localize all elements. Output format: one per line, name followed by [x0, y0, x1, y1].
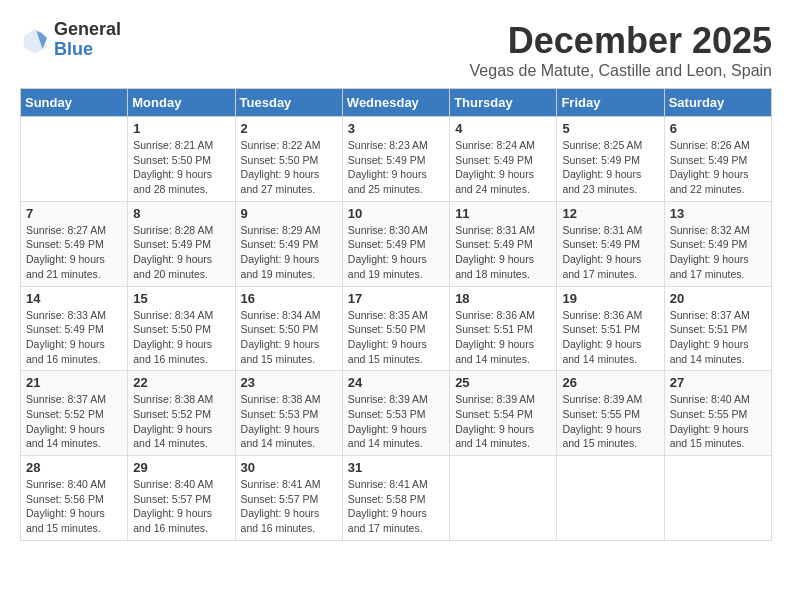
weekday-header-sunday: Sunday [21, 89, 128, 117]
day-cell: 17Sunrise: 8:35 AM Sunset: 5:50 PM Dayli… [342, 286, 449, 371]
day-info: Sunrise: 8:40 AM Sunset: 5:56 PM Dayligh… [26, 477, 122, 536]
day-cell: 10Sunrise: 8:30 AM Sunset: 5:49 PM Dayli… [342, 201, 449, 286]
day-number: 22 [133, 375, 229, 390]
week-row-3: 14Sunrise: 8:33 AM Sunset: 5:49 PM Dayli… [21, 286, 772, 371]
day-number: 28 [26, 460, 122, 475]
day-cell: 3Sunrise: 8:23 AM Sunset: 5:49 PM Daylig… [342, 117, 449, 202]
day-number: 17 [348, 291, 444, 306]
day-cell: 28Sunrise: 8:40 AM Sunset: 5:56 PM Dayli… [21, 456, 128, 541]
day-number: 11 [455, 206, 551, 221]
day-cell: 25Sunrise: 8:39 AM Sunset: 5:54 PM Dayli… [450, 371, 557, 456]
day-info: Sunrise: 8:31 AM Sunset: 5:49 PM Dayligh… [562, 223, 658, 282]
day-info: Sunrise: 8:37 AM Sunset: 5:52 PM Dayligh… [26, 392, 122, 451]
day-cell: 13Sunrise: 8:32 AM Sunset: 5:49 PM Dayli… [664, 201, 771, 286]
day-cell: 24Sunrise: 8:39 AM Sunset: 5:53 PM Dayli… [342, 371, 449, 456]
day-info: Sunrise: 8:40 AM Sunset: 5:57 PM Dayligh… [133, 477, 229, 536]
day-cell: 15Sunrise: 8:34 AM Sunset: 5:50 PM Dayli… [128, 286, 235, 371]
day-info: Sunrise: 8:29 AM Sunset: 5:49 PM Dayligh… [241, 223, 337, 282]
day-cell: 1Sunrise: 8:21 AM Sunset: 5:50 PM Daylig… [128, 117, 235, 202]
weekday-header-monday: Monday [128, 89, 235, 117]
day-number: 30 [241, 460, 337, 475]
day-info: Sunrise: 8:38 AM Sunset: 5:52 PM Dayligh… [133, 392, 229, 451]
day-number: 13 [670, 206, 766, 221]
location-subtitle: Vegas de Matute, Castille and Leon, Spai… [470, 62, 772, 80]
day-cell: 9Sunrise: 8:29 AM Sunset: 5:49 PM Daylig… [235, 201, 342, 286]
day-cell: 22Sunrise: 8:38 AM Sunset: 5:52 PM Dayli… [128, 371, 235, 456]
day-cell: 5Sunrise: 8:25 AM Sunset: 5:49 PM Daylig… [557, 117, 664, 202]
day-number: 18 [455, 291, 551, 306]
day-number: 31 [348, 460, 444, 475]
day-number: 3 [348, 121, 444, 136]
day-number: 27 [670, 375, 766, 390]
logo-blue-text: Blue [54, 40, 121, 60]
day-info: Sunrise: 8:39 AM Sunset: 5:55 PM Dayligh… [562, 392, 658, 451]
weekday-header-friday: Friday [557, 89, 664, 117]
weekday-header-row: SundayMondayTuesdayWednesdayThursdayFrid… [21, 89, 772, 117]
day-info: Sunrise: 8:36 AM Sunset: 5:51 PM Dayligh… [562, 308, 658, 367]
day-number: 26 [562, 375, 658, 390]
day-number: 25 [455, 375, 551, 390]
day-cell: 7Sunrise: 8:27 AM Sunset: 5:49 PM Daylig… [21, 201, 128, 286]
day-cell: 18Sunrise: 8:36 AM Sunset: 5:51 PM Dayli… [450, 286, 557, 371]
day-number: 21 [26, 375, 122, 390]
day-number: 5 [562, 121, 658, 136]
logo-icon [20, 25, 50, 55]
day-info: Sunrise: 8:40 AM Sunset: 5:55 PM Dayligh… [670, 392, 766, 451]
day-number: 10 [348, 206, 444, 221]
day-cell: 30Sunrise: 8:41 AM Sunset: 5:57 PM Dayli… [235, 456, 342, 541]
calendar-table: SundayMondayTuesdayWednesdayThursdayFrid… [20, 88, 772, 541]
day-info: Sunrise: 8:35 AM Sunset: 5:50 PM Dayligh… [348, 308, 444, 367]
day-cell: 11Sunrise: 8:31 AM Sunset: 5:49 PM Dayli… [450, 201, 557, 286]
day-info: Sunrise: 8:39 AM Sunset: 5:54 PM Dayligh… [455, 392, 551, 451]
day-cell: 23Sunrise: 8:38 AM Sunset: 5:53 PM Dayli… [235, 371, 342, 456]
week-row-4: 21Sunrise: 8:37 AM Sunset: 5:52 PM Dayli… [21, 371, 772, 456]
day-info: Sunrise: 8:21 AM Sunset: 5:50 PM Dayligh… [133, 138, 229, 197]
month-title: December 2025 [470, 20, 772, 62]
day-cell: 31Sunrise: 8:41 AM Sunset: 5:58 PM Dayli… [342, 456, 449, 541]
day-number: 23 [241, 375, 337, 390]
day-cell: 21Sunrise: 8:37 AM Sunset: 5:52 PM Dayli… [21, 371, 128, 456]
day-number: 9 [241, 206, 337, 221]
day-number: 15 [133, 291, 229, 306]
day-number: 19 [562, 291, 658, 306]
day-info: Sunrise: 8:41 AM Sunset: 5:57 PM Dayligh… [241, 477, 337, 536]
day-number: 1 [133, 121, 229, 136]
day-number: 4 [455, 121, 551, 136]
day-cell [664, 456, 771, 541]
logo-text: General Blue [54, 20, 121, 60]
logo: General Blue [20, 20, 121, 60]
day-info: Sunrise: 8:32 AM Sunset: 5:49 PM Dayligh… [670, 223, 766, 282]
day-number: 20 [670, 291, 766, 306]
day-cell: 4Sunrise: 8:24 AM Sunset: 5:49 PM Daylig… [450, 117, 557, 202]
logo-general-text: General [54, 20, 121, 40]
day-number: 16 [241, 291, 337, 306]
day-info: Sunrise: 8:25 AM Sunset: 5:49 PM Dayligh… [562, 138, 658, 197]
day-cell: 26Sunrise: 8:39 AM Sunset: 5:55 PM Dayli… [557, 371, 664, 456]
day-info: Sunrise: 8:31 AM Sunset: 5:49 PM Dayligh… [455, 223, 551, 282]
day-info: Sunrise: 8:36 AM Sunset: 5:51 PM Dayligh… [455, 308, 551, 367]
weekday-header-saturday: Saturday [664, 89, 771, 117]
day-number: 14 [26, 291, 122, 306]
day-cell: 6Sunrise: 8:26 AM Sunset: 5:49 PM Daylig… [664, 117, 771, 202]
weekday-header-thursday: Thursday [450, 89, 557, 117]
week-row-5: 28Sunrise: 8:40 AM Sunset: 5:56 PM Dayli… [21, 456, 772, 541]
day-cell: 19Sunrise: 8:36 AM Sunset: 5:51 PM Dayli… [557, 286, 664, 371]
day-number: 24 [348, 375, 444, 390]
day-info: Sunrise: 8:39 AM Sunset: 5:53 PM Dayligh… [348, 392, 444, 451]
week-row-2: 7Sunrise: 8:27 AM Sunset: 5:49 PM Daylig… [21, 201, 772, 286]
day-cell: 20Sunrise: 8:37 AM Sunset: 5:51 PM Dayli… [664, 286, 771, 371]
day-number: 6 [670, 121, 766, 136]
title-block: December 2025 Vegas de Matute, Castille … [470, 20, 772, 80]
weekday-header-tuesday: Tuesday [235, 89, 342, 117]
day-cell: 27Sunrise: 8:40 AM Sunset: 5:55 PM Dayli… [664, 371, 771, 456]
day-number: 8 [133, 206, 229, 221]
day-info: Sunrise: 8:26 AM Sunset: 5:49 PM Dayligh… [670, 138, 766, 197]
day-info: Sunrise: 8:27 AM Sunset: 5:49 PM Dayligh… [26, 223, 122, 282]
day-number: 29 [133, 460, 229, 475]
day-info: Sunrise: 8:33 AM Sunset: 5:49 PM Dayligh… [26, 308, 122, 367]
day-cell [557, 456, 664, 541]
day-number: 2 [241, 121, 337, 136]
day-info: Sunrise: 8:22 AM Sunset: 5:50 PM Dayligh… [241, 138, 337, 197]
day-cell: 14Sunrise: 8:33 AM Sunset: 5:49 PM Dayli… [21, 286, 128, 371]
weekday-header-wednesday: Wednesday [342, 89, 449, 117]
